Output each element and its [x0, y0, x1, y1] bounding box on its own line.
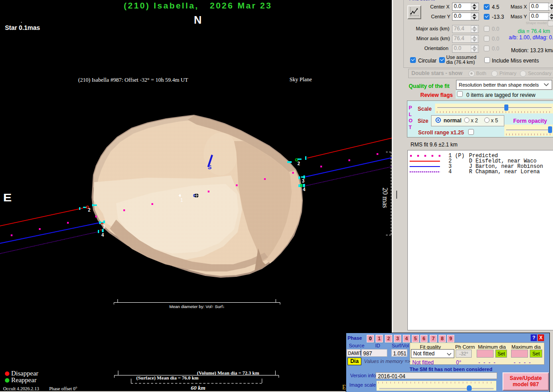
svg-text:S: S	[208, 164, 212, 171]
